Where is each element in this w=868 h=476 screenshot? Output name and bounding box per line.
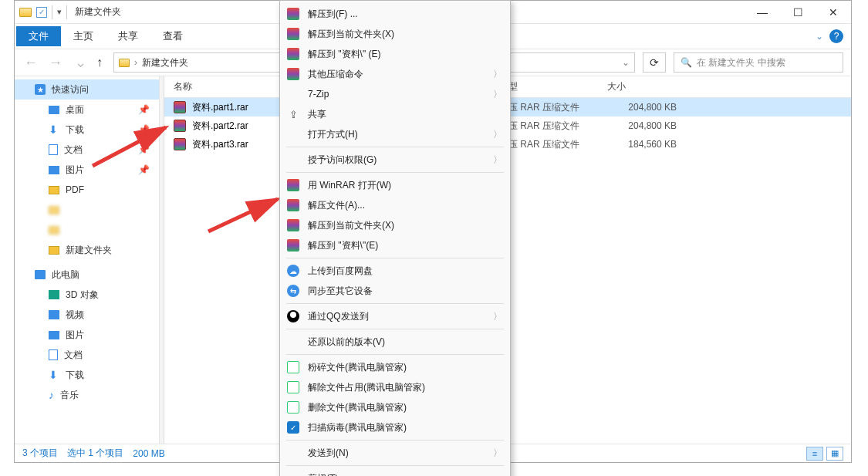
minimize-button[interactable]: —: [745, 1, 780, 24]
share-icon: ⇪: [286, 107, 300, 121]
ctx-send-to[interactable]: 发送到(N)〉: [280, 443, 510, 463]
qat-overflow-icon[interactable]: ▾: [57, 7, 62, 17]
shield-icon: ✓: [287, 421, 299, 434]
address-dropdown-icon[interactable]: ⌄: [622, 57, 630, 68]
folder-icon: [19, 8, 32, 17]
sidebar-item-pdf[interactable]: PDF: [15, 180, 159, 200]
ctx-unlock[interactable]: 解除文件占用(腾讯电脑管家): [280, 377, 510, 397]
ctx-open-winrar[interactable]: 用 WinRAR 打开(W): [280, 175, 510, 195]
sidebar-item-music[interactable]: ♪ 音乐: [15, 385, 159, 405]
breadcrumb-sep: ›: [134, 57, 137, 68]
file-size: 204,800 KB: [607, 102, 684, 113]
ribbon-home-tab[interactable]: 主页: [61, 26, 106, 46]
svg-line-1: [208, 199, 278, 231]
archive-icon: [287, 199, 299, 211]
column-header-type[interactable]: 类型: [499, 80, 607, 93]
archive-icon: [287, 239, 299, 252]
sidebar-item-downloads-pc[interactable]: ⬇ 下载: [15, 365, 159, 385]
window-title: 新建文件夹: [75, 5, 121, 19]
pc-icon: [35, 270, 46, 279]
ctx-sync-devices[interactable]: ⇆同步至其它设备: [280, 281, 510, 301]
ctx-7zip[interactable]: 7-Zip〉: [280, 84, 510, 104]
ctx-extract-files[interactable]: 解压文件(A)...: [280, 195, 510, 215]
view-thumbnails-button[interactable]: ▦: [826, 447, 843, 461]
column-header-size[interactable]: 大小: [607, 80, 684, 93]
view-details-button[interactable]: ≡: [806, 447, 823, 461]
ctx-share[interactable]: ⇪共享: [280, 104, 510, 124]
sidebar-item-documents-pc[interactable]: 文档: [15, 345, 159, 365]
file-size: 204,800 KB: [607, 120, 684, 131]
sidebar-item-quick-access[interactable]: ★ 快速访问: [15, 79, 159, 100]
breadcrumb-current[interactable]: 新建文件夹: [142, 56, 188, 69]
sync-icon: ⇆: [287, 285, 299, 297]
submenu-arrow-icon: 〉: [493, 154, 502, 167]
folder-icon: [49, 246, 59, 255]
ctx-delete[interactable]: 删除文件(腾讯电脑管家): [280, 397, 510, 417]
sidebar-item-pictures-pc[interactable]: 图片: [15, 325, 159, 345]
sidebar-item-label: 下载: [66, 369, 84, 382]
window-controls: — ☐ ✕: [745, 1, 851, 24]
sidebar-item-label: 桌面: [66, 103, 84, 116]
nav-history-dropdown[interactable]: ⌄: [72, 54, 89, 71]
ctx-grant-access[interactable]: 授予访问权限(G)〉: [280, 150, 510, 170]
blank-icon: [286, 335, 300, 349]
download-icon: ⬇: [49, 124, 59, 135]
help-icon[interactable]: ?: [829, 29, 843, 43]
file-name: 资料.part2.rar: [192, 120, 248, 133]
folder-icon: [49, 206, 59, 214]
submenu-arrow-icon: 〉: [493, 310, 502, 323]
maximize-button[interactable]: ☐: [780, 1, 816, 24]
file-type: 好压 RAR 压缩文件: [499, 138, 607, 151]
ctx-scan[interactable]: ✓扫描病毒(腾讯电脑管家): [280, 417, 510, 437]
ribbon-share-tab[interactable]: 共享: [106, 26, 150, 46]
ctx-open-with[interactable]: 打开方式(H)〉: [280, 124, 510, 144]
qq-icon: [287, 310, 299, 322]
sidebar-item-newfolder[interactable]: 新建文件夹: [15, 240, 159, 260]
ribbon-collapse-icon[interactable]: ⌄: [816, 31, 823, 42]
ribbon-view-tab[interactable]: 查看: [150, 26, 195, 46]
sidebar-item-videos[interactable]: 视频: [15, 305, 159, 325]
refresh-button[interactable]: ⟳: [643, 52, 666, 73]
ctx-extract-here[interactable]: 解压到当前文件夹(X): [280, 24, 510, 44]
ctx-extract-to-folder-2[interactable]: 解压到 "资料\"(E): [280, 235, 510, 255]
ribbon-file-tab[interactable]: 文件: [16, 26, 61, 46]
nav-forward-button[interactable]: →: [47, 55, 64, 71]
submenu-arrow-icon: 〉: [493, 68, 502, 81]
submenu-arrow-icon: 〉: [493, 447, 502, 460]
folder-icon: [49, 186, 59, 194]
blank-icon: [286, 471, 300, 476]
quick-access-toolbar-save-icon[interactable]: ✓: [36, 7, 47, 18]
close-button[interactable]: ✕: [816, 1, 851, 24]
ctx-extract-to[interactable]: 解压到(F) ...: [280, 4, 510, 24]
svg-line-0: [93, 127, 166, 166]
folder-icon: [49, 226, 59, 235]
ctx-separator: [286, 354, 504, 355]
archive-icon: [287, 179, 299, 191]
ctx-shred[interactable]: 粉碎文件(腾讯电脑管家): [280, 357, 510, 377]
picture-icon: [49, 331, 59, 339]
ctx-send-qq[interactable]: 通过QQ发送到〉: [280, 306, 510, 326]
context-menu: 解压到(F) ... 解压到当前文件夹(X) 解压到 "资料\" (E) 其他压…: [279, 0, 511, 476]
sidebar-item-this-pc[interactable]: 此电脑: [15, 265, 159, 285]
blank-icon: [286, 87, 300, 101]
ctx-extract-here-2[interactable]: 解压到当前文件夹(X): [280, 215, 510, 235]
sidebar-item-blurred[interactable]: [15, 220, 159, 240]
ctx-extract-to-folder[interactable]: 解压到 "资料\" (E): [280, 44, 510, 64]
sidebar-item-label: 视频: [66, 309, 84, 322]
ctx-other-compress[interactable]: 其他压缩命令〉: [280, 64, 510, 84]
archive-icon: [287, 219, 299, 231]
download-icon: ⬇: [49, 370, 59, 380]
ribbon-right: ⌄ ?: [816, 29, 851, 43]
nav-back-button[interactable]: ←: [22, 55, 39, 71]
search-input[interactable]: 🔍 在 新建文件夹 中搜索: [674, 52, 843, 73]
ctx-upload-baidu[interactable]: ☁上传到百度网盘: [280, 261, 510, 281]
status-size: 200 MB: [133, 448, 164, 459]
sidebar-item-desktop[interactable]: 桌面 📌: [15, 100, 159, 120]
ctx-restore-versions[interactable]: 还原以前的版本(V): [280, 332, 510, 352]
nav-up-button[interactable]: ↑: [96, 56, 103, 69]
sidebar-item-blurred[interactable]: [15, 200, 159, 220]
file-name: 资料.part1.rar: [192, 101, 248, 114]
ctx-separator: [286, 440, 504, 441]
ctx-cut[interactable]: 剪切(T): [280, 468, 510, 476]
sidebar-item-3d-objects[interactable]: 3D 对象: [15, 285, 159, 305]
